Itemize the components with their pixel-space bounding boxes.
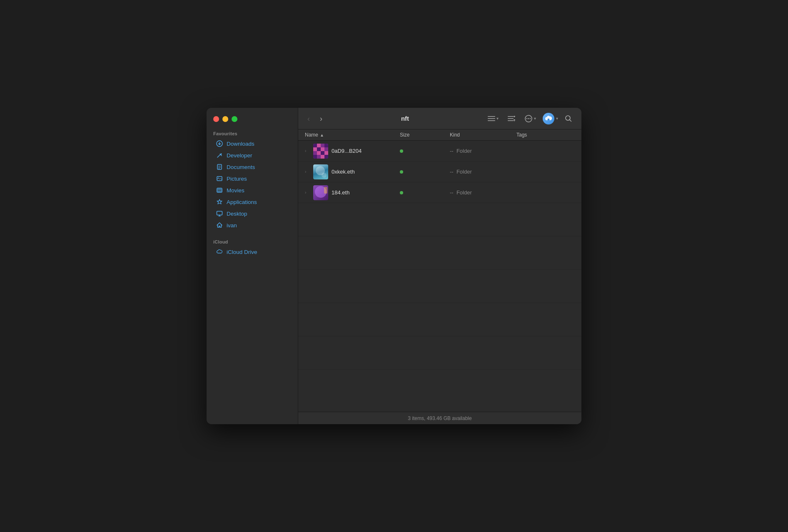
sidebar-item-movies[interactable]: Movies	[209, 184, 295, 196]
expand-arrow[interactable]: ›	[305, 169, 310, 174]
minimize-button[interactable]	[222, 116, 228, 122]
col-kind-header[interactable]: Kind	[450, 132, 516, 138]
main-panel: ‹ › nft ▾	[298, 108, 581, 424]
svg-point-15	[530, 118, 531, 119]
file-name-text: 184.eth	[332, 189, 349, 196]
empty-row	[298, 236, 581, 270]
file-size-cell	[400, 149, 450, 153]
sidebar-item-ivan-label: ivan	[227, 222, 237, 229]
sidebar-item-pictures-label: Pictures	[227, 176, 247, 182]
window-title: nft	[330, 115, 480, 122]
file-list: › 0aD9...B204	[298, 141, 581, 412]
sidebar-item-downloads[interactable]: Downloads	[209, 138, 295, 149]
file-thumbnail	[313, 164, 328, 179]
svg-point-14	[528, 118, 529, 119]
table-row[interactable]: › 0xkek.eth -- Folder	[298, 162, 581, 182]
view-options-button[interactable]	[505, 114, 518, 123]
hammer-icon	[216, 152, 223, 159]
toolbar: ‹ › nft ▾	[298, 108, 581, 129]
action-button[interactable]: ▾	[522, 113, 539, 124]
sidebar-item-desktop[interactable]: Desktop	[209, 208, 295, 219]
expand-arrow[interactable]: ›	[305, 190, 310, 195]
svg-point-17	[566, 116, 570, 120]
forward-button[interactable]: ›	[317, 113, 325, 124]
svg-rect-8	[488, 120, 495, 121]
column-header: Name ▲ Size Kind Tags	[298, 129, 581, 141]
file-kind-cell: -- Folder	[450, 169, 516, 175]
user-chevron: ▾	[556, 116, 558, 121]
file-thumbnail	[313, 144, 328, 159]
file-thumbnail	[313, 185, 328, 200]
empty-row	[298, 270, 581, 303]
action-chevron: ▾	[534, 116, 536, 121]
finder-window: Favourites Downloads	[207, 108, 581, 424]
cloud-user[interactable]: ▾	[543, 113, 558, 124]
svg-rect-10	[508, 118, 514, 119]
toolbar-controls: ▾	[485, 113, 575, 124]
empty-row	[298, 303, 581, 336]
table-row[interactable]: › 184.eth -- Folder	[298, 182, 581, 203]
sort-arrow: ▲	[320, 133, 324, 137]
svg-rect-7	[488, 118, 495, 119]
document-icon	[216, 163, 223, 171]
home-icon	[216, 221, 223, 229]
download-icon	[216, 140, 223, 147]
favourites-section-label: Favourites	[207, 129, 298, 138]
close-button[interactable]	[213, 116, 219, 122]
sidebar-item-icloud-drive-label: iCloud Drive	[227, 249, 257, 255]
file-kind-cell: -- Folder	[450, 148, 516, 154]
back-button[interactable]: ‹	[305, 113, 312, 124]
sidebar-item-documents[interactable]: Documents	[209, 161, 295, 173]
file-kind-cell: -- Folder	[450, 189, 516, 196]
user-avatar	[543, 113, 554, 124]
file-size-cell	[400, 170, 450, 174]
sidebar-item-pictures[interactable]: Pictures	[209, 173, 295, 184]
maximize-button[interactable]	[232, 116, 237, 122]
sidebar-item-desktop-label: Desktop	[227, 211, 247, 217]
col-tags-header[interactable]: Tags	[516, 132, 575, 138]
status-bar: 3 items, 493.46 GB available	[298, 412, 581, 424]
svg-rect-11	[508, 120, 514, 121]
expand-arrow[interactable]: ›	[305, 149, 310, 153]
file-name-cell: › 184.eth	[305, 185, 400, 200]
sidebar: Favourites Downloads	[207, 108, 298, 424]
empty-row	[298, 336, 581, 370]
pictures-icon	[216, 175, 223, 182]
file-name-text: 0xkek.eth	[332, 169, 355, 175]
sidebar-item-downloads-label: Downloads	[227, 141, 254, 147]
icloud-section-label: iCloud	[207, 237, 298, 246]
file-name-cell: › 0aD9...B204	[305, 144, 400, 159]
file-name-cell: › 0xkek.eth	[305, 164, 400, 179]
col-name-header[interactable]: Name ▲	[305, 132, 400, 138]
icloud-icon	[216, 248, 223, 256]
sidebar-item-developer[interactable]: Developer	[209, 149, 295, 161]
desktop-icon	[216, 210, 223, 217]
svg-point-13	[526, 118, 527, 119]
empty-row	[298, 203, 581, 236]
svg-rect-5	[217, 211, 222, 215]
status-text: 3 items, 493.46 GB available	[408, 415, 471, 421]
view-list-chevron: ▾	[496, 116, 499, 121]
col-size-header[interactable]: Size	[400, 132, 450, 138]
applications-icon	[216, 198, 223, 206]
file-name-text: 0aD9...B204	[332, 148, 362, 154]
sidebar-item-applications-label: Applications	[227, 199, 257, 205]
sidebar-item-applications[interactable]: Applications	[209, 196, 295, 208]
search-button[interactable]	[562, 113, 575, 124]
sidebar-item-documents-label: Documents	[227, 164, 255, 170]
file-size-cell	[400, 191, 450, 194]
sidebar-item-icloud-drive[interactable]: iCloud Drive	[209, 246, 295, 258]
table-row[interactable]: › 0aD9...B204	[298, 141, 581, 162]
sidebar-item-movies-label: Movies	[227, 187, 244, 194]
view-list-button[interactable]: ▾	[485, 114, 501, 123]
sidebar-item-developer-label: Developer	[227, 152, 252, 159]
svg-rect-6	[488, 116, 495, 117]
svg-rect-9	[508, 116, 514, 117]
sidebar-item-ivan[interactable]: ivan	[209, 219, 295, 231]
movies-icon	[216, 186, 223, 194]
